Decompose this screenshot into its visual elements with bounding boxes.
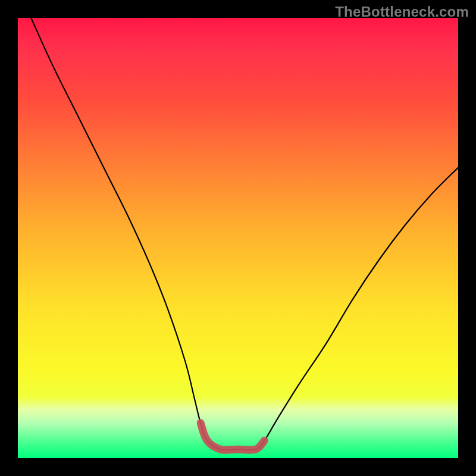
highlight-segment [201, 423, 264, 450]
chart-svg [18, 18, 458, 458]
bottleneck-curve [31, 18, 458, 450]
plot-area [18, 18, 458, 458]
chart-frame: TheBottleneck.com [0, 0, 476, 476]
watermark-text: TheBottleneck.com [335, 4, 469, 20]
